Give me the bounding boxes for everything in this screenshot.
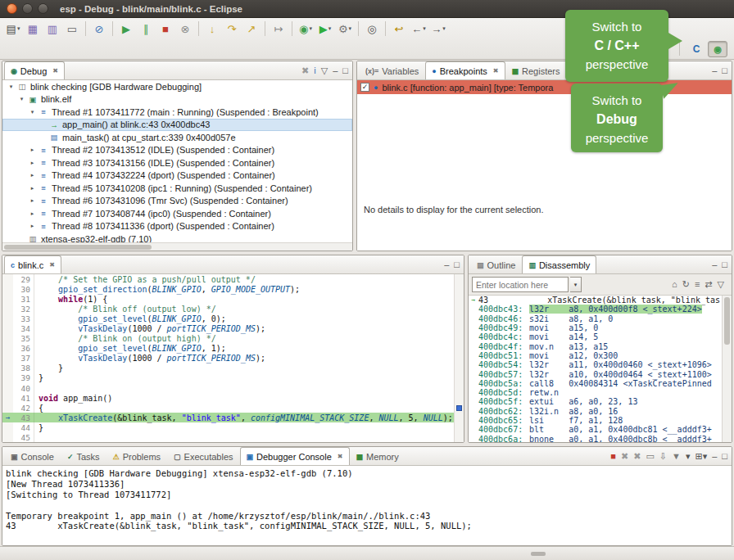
disassembly-scrollbar[interactable]: [722, 296, 732, 442]
tab-registers[interactable]: ▦Registers: [505, 61, 567, 79]
dropdown-arrow-icon[interactable]: ▾: [442, 25, 446, 32]
debug-tree[interactable]: ▾◫blink checking [GDB Hardware Debugging…: [2, 80, 352, 242]
disassembly-instruction[interactable]: 400dbc4c:movi a14, 5: [469, 332, 722, 341]
disassembly-instruction[interactable]: 400dbc54:l32r a11, 0x400d0460 <_stext+10…: [469, 360, 722, 369]
line-number[interactable]: 35: [13, 334, 34, 344]
disassembly-listing[interactable]: →43 xTaskCreate(&blink_task, "blink_tas4…: [469, 296, 722, 442]
disassembly-instruction[interactable]: 400dbc57:l32r a10, 0x400d0464 <_stext+11…: [469, 369, 722, 378]
window-minimize-button[interactable]: [22, 3, 33, 14]
save-all-button[interactable]: ▥: [43, 20, 61, 38]
breakpoint-checkbox[interactable]: ✓: [360, 83, 369, 92]
expand-toggle-icon[interactable]: ▸: [27, 197, 38, 204]
tab-memory[interactable]: ▦Memory: [350, 447, 406, 465]
line-number[interactable]: 38: [13, 364, 34, 373]
location-dropdown-icon[interactable]: ▾: [570, 277, 582, 292]
remove-all-terminated-icon[interactable]: ✖: [301, 66, 309, 75]
tree-item[interactable]: ▾▣blink.elf: [2, 93, 352, 106]
open-console-menu-icon[interactable]: ⊞▾: [695, 452, 707, 461]
step-return-button[interactable]: ↗: [242, 20, 261, 38]
disassembly-instruction[interactable]: 400dbc43:l32r a8, 0x400d00f8 <_stext+224…: [469, 305, 722, 314]
tab-outline[interactable]: ▤Outline: [470, 255, 522, 273]
pin-console-icon[interactable]: ▼: [672, 452, 681, 461]
location-input[interactable]: [472, 277, 569, 292]
overview-marker[interactable]: [456, 405, 462, 411]
home-icon[interactable]: ⌂: [672, 280, 677, 289]
display-console-menu-icon[interactable]: ▾: [686, 452, 691, 461]
instruction-pointer-icon[interactable]: →: [2, 413, 13, 422]
disassembly-instruction[interactable]: 400dbc6a:bnone a0, a1, 0x400dbc8b <__add…: [469, 434, 722, 442]
expand-toggle-icon[interactable]: ▸: [27, 210, 38, 217]
tree-item[interactable]: ▤main_task() at cpu_start.c:339 0x400d05…: [2, 131, 352, 144]
sync-context-icon[interactable]: ⇄: [705, 280, 712, 289]
tab-disassembly[interactable]: ▥Disassembly: [522, 255, 596, 273]
tab-console[interactable]: ▣Console: [4, 447, 61, 465]
tree-item[interactable]: →app_main() at blink.c:43 0x400dbc43: [2, 119, 352, 132]
minimize-view-icon[interactable]: –: [712, 260, 717, 269]
console-output[interactable]: blink checking [GDB Hardware Debugging] …: [2, 466, 732, 534]
expand-toggle-icon[interactable]: ▾: [16, 96, 27, 102]
maximize-view-icon[interactable]: □: [722, 66, 727, 75]
disassembly-instruction[interactable]: 400dbc67:blt a0, a1, 0x400dbc81 <__adddf…: [469, 425, 722, 434]
line-number[interactable]: 36: [13, 344, 34, 354]
tree-item[interactable]: ▸≡Thread #6 1073431096 (Tmr Svc) (Suspen…: [2, 195, 352, 208]
disconnect-button[interactable]: ⊗: [176, 20, 194, 38]
maximize-view-icon[interactable]: □: [454, 260, 460, 269]
view-menu-icon[interactable]: ▽: [718, 280, 724, 289]
close-tab-icon[interactable]: ✖: [52, 67, 58, 75]
tree-item[interactable]: ▸≡Thread #3 1073413156 (IDLE) (Suspended…: [2, 156, 352, 169]
dropdown-arrow-icon[interactable]: ▾: [349, 25, 352, 32]
maximize-view-icon[interactable]: □: [722, 260, 727, 269]
show-source-icon[interactable]: ≡: [695, 280, 700, 289]
window-close-button[interactable]: [7, 3, 17, 14]
expand-toggle-icon[interactable]: ▸: [27, 185, 38, 192]
tab-debugger-console[interactable]: ▣Debugger Console✖: [240, 447, 350, 465]
tree-item[interactable]: ▸≡Thread #4 1073432224 (dport) (Suspende…: [2, 169, 352, 183]
step-over-button[interactable]: ↷: [223, 20, 241, 38]
forward-button[interactable]: →▾: [429, 20, 447, 38]
tree-item[interactable]: ▾◫blink checking [GDB Hardware Debugging…: [2, 80, 352, 93]
disassembly-instruction[interactable]: 400dbc5f:extui a6, a0, 23, 13: [469, 397, 722, 406]
scrollbar-thumb[interactable]: [724, 297, 730, 345]
tab-blink-c[interactable]: cblink.c✖: [4, 255, 61, 273]
terminate-button[interactable]: ■: [156, 20, 174, 38]
line-number[interactable]: 43: [13, 413, 34, 422]
statusbar-handle[interactable]: [531, 552, 546, 556]
instruction-stepping-button[interactable]: ↦: [270, 20, 288, 38]
maximize-view-icon[interactable]: □: [722, 452, 727, 461]
refresh-icon[interactable]: ↻: [682, 280, 690, 289]
minimize-view-icon[interactable]: –: [712, 452, 717, 461]
last-edit-location-button[interactable]: ↩: [390, 20, 408, 38]
instruction-stepping-mode-icon[interactable]: i: [314, 66, 315, 75]
suspend-button[interactable]: ∥: [137, 20, 155, 38]
search-button[interactable]: ◎: [363, 20, 381, 38]
tab-debug[interactable]: ◉Debug✖: [4, 61, 65, 79]
line-number[interactable]: 42: [13, 403, 34, 413]
line-number[interactable]: 34: [13, 323, 34, 333]
new-wizard-button[interactable]: ▤▾: [4, 20, 22, 38]
step-into-button[interactable]: ↓: [203, 20, 221, 38]
tree-item[interactable]: ▸≡Thread #2 1073413512 (IDLE) (Suspended…: [2, 144, 352, 157]
print-button[interactable]: ▭: [63, 20, 81, 38]
clear-console-icon[interactable]: ▭: [646, 452, 654, 461]
tree-item[interactable]: ▸≡Thread #8 1073411336 (dport) (Suspende…: [2, 220, 352, 233]
code-area[interactable]: 29 /* Set the GPIO as a push/pull output…: [2, 274, 454, 442]
debug-perspective-button[interactable]: ◉: [708, 41, 727, 57]
expand-toggle-icon[interactable]: ▸: [27, 147, 38, 153]
debug-horizontal-scrollbar[interactable]: [2, 242, 352, 251]
window-maximize-button[interactable]: [38, 3, 48, 14]
disassembly-source-line[interactable]: →43 xTaskCreate(&blink_task, "blink_tas: [469, 296, 722, 305]
tree-item[interactable]: ▸≡Thread #7 1073408744 (ipc0) (Suspended…: [2, 207, 352, 220]
tab-variables[interactable]: (x)=Variables: [359, 61, 425, 79]
tab-executables[interactable]: ▢Executables: [167, 447, 239, 465]
overview-ruler[interactable]: [454, 274, 464, 442]
line-number[interactable]: 39: [13, 373, 34, 383]
disassembly-instruction[interactable]: 400dbc5a:call8 0x40084314 <xTaskCreatePi…: [469, 379, 722, 388]
expand-toggle-icon[interactable]: ▸: [27, 160, 38, 166]
minimize-view-icon[interactable]: –: [712, 66, 717, 75]
scroll-lock-icon[interactable]: ⇩: [659, 452, 667, 461]
tab-breakpoints[interactable]: ●Breakpoints✖: [425, 61, 505, 79]
line-number[interactable]: 40: [13, 383, 34, 393]
disassembly-instruction[interactable]: 400dbc46:s32i a8, a1, 0: [469, 314, 722, 323]
debug-button[interactable]: ◉▾: [297, 20, 315, 38]
tab-problems[interactable]: ⚠Problems: [106, 447, 168, 465]
